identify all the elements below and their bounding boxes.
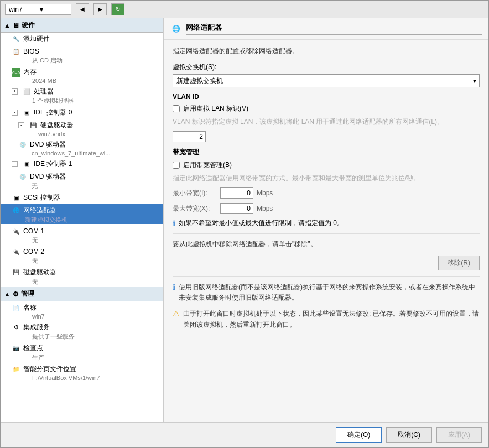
sidebar-item-memory[interactable]: MEM 内存 — [1, 66, 163, 79]
panel-content: 指定网络适配器的配置或移除网络适配器。 虚拟交换机(S): 新建虚拟交换机 ▼ — [164, 40, 488, 422]
expand-cpu-icon[interactable]: + — [12, 88, 18, 95]
sidebar-item-ide1[interactable]: - ▣ IDE 控制器 1 — [1, 158, 163, 170]
sidebar-item-floppy[interactable]: 💾 磁盘驱动器 — [1, 266, 163, 279]
network-label: 网络适配器 — [23, 206, 160, 215]
sidebar-item-harddisk[interactable]: - 💾 硬盘驱动器 — [1, 119, 163, 132]
sidebar-item-dvd1[interactable]: 💿 DVD 驱动器 — [1, 170, 163, 183]
warning-icon: ⚠ — [173, 309, 180, 318]
bandwidth-checkbox[interactable] — [173, 162, 180, 169]
smartpaging-label: 智能分页文件位置 — [23, 364, 160, 374]
dvd0-icon: 💿 — [18, 140, 27, 149]
title-bar: win7 ▼ ◀ ▶ ↻ — [1, 1, 488, 18]
red-arrow-indicator — [485, 46, 488, 80]
vlan-checkbox-row: 启用虚拟 LAN 标识(V) — [173, 104, 480, 113]
expand-ide0-icon[interactable]: - — [12, 110, 18, 116]
vlan-input[interactable] — [173, 131, 206, 142]
hardware-section-label: 硬件 — [22, 20, 35, 30]
ide0-icon: ▣ — [22, 108, 31, 117]
max-bw-input[interactable] — [220, 203, 253, 214]
manage-icon: ⚙ — [13, 290, 19, 298]
vlan-checkbox-label[interactable]: 启用虚拟 LAN 标识(V) — [183, 104, 248, 113]
min-bw-label: 最小带宽(I): — [173, 189, 217, 198]
vlan-checkbox[interactable] — [173, 105, 180, 112]
bios-icon: 📋 — [12, 47, 20, 56]
sidebar-item-checkpoint[interactable]: 📷 检查点 — [1, 342, 163, 355]
sidebar-item-dvd0[interactable]: 💿 DVD 驱动器 — [1, 138, 163, 151]
sidebar-item-ide0[interactable]: - ▣ IDE 控制器 0 — [1, 106, 163, 119]
ok-button[interactable]: 确定(O) — [336, 427, 382, 443]
network-icon: 🌐 — [12, 206, 20, 215]
cpu-label: 处理器 — [34, 87, 160, 96]
sidebar-item-network[interactable]: 🌐 网络适配器 — [1, 204, 163, 217]
remove-button[interactable]: 移除(R) — [438, 256, 480, 270]
min-bw-unit: Mbps — [257, 189, 273, 197]
content-area: ▲ 🖥 硬件 🔧 添加硬件 📋 BIOS 从 CD 启动 MEM 内存 2024… — [1, 18, 488, 422]
bw-info-row: ℹ 如果不希望对最小值或最大值进行限制，请指定值为 0。 — [173, 218, 480, 228]
com2-icon: 🔌 — [12, 247, 20, 256]
memory-label: 内存 — [23, 67, 160, 77]
vlan-desc-text: VLAN 标识符指定虚拟 LAN，该虚拟机将此 LAN 用于通过此网络适配器的所… — [173, 117, 480, 127]
com1-sub: 无 — [1, 236, 163, 244]
cancel-button[interactable]: 取消(C) — [386, 427, 432, 443]
add-hardware-icon: 🔧 — [12, 35, 20, 44]
sidebar-item-cpu[interactable]: + ⬜ 处理器 — [1, 85, 163, 98]
panel-header-icon: 🌐 — [170, 23, 181, 34]
sidebar-item-name[interactable]: 📄 名称 — [1, 301, 163, 314]
warning1-text: 由于打开此窗口时虚拟机处于以下状态，因此某些设置无法修改: 已保存。若要修改不可… — [183, 309, 480, 330]
min-bw-input[interactable] — [220, 187, 253, 199]
chevron-down-icon: ▼ — [38, 6, 67, 13]
sidebar: ▲ 🖥 硬件 🔧 添加硬件 📋 BIOS 从 CD 启动 MEM 内存 2024… — [1, 18, 164, 422]
dvd0-label: DVD 驱动器 — [30, 140, 160, 149]
virtual-switch-label: 虚拟交换机(S): — [173, 62, 480, 72]
cpu-icon: ⬜ — [22, 87, 31, 96]
nav-refresh-button[interactable]: ↻ — [111, 3, 124, 15]
info1-text: 使用旧版网络适配器(而不是该网络适配器)执行基于网络的来宾操作系统安装，或者在来… — [179, 282, 480, 303]
panel-desc: 指定网络适配器的配置或移除网络适配器。 — [173, 46, 480, 56]
sidebar-item-smartpaging[interactable]: 📁 智能分页文件位置 — [1, 363, 163, 376]
dvd1-icon: 💿 — [18, 173, 27, 181]
max-bw-label: 最大带宽(X): — [173, 204, 217, 213]
hardware-icon: 🖥 — [13, 22, 19, 29]
management-section-label: 管理 — [21, 289, 34, 299]
vlan-section-title: VLAN ID — [173, 93, 480, 101]
name-label: 名称 — [23, 303, 160, 312]
harddisk-label: 硬盘驱动器 — [40, 121, 160, 130]
info1-row: ℹ 使用旧版网络适配器(而不是该网络适配器)执行基于网络的来宾操作系统安装，或者… — [173, 282, 480, 303]
max-bw-row: 最大带宽(X): Mbps — [173, 203, 480, 214]
sidebar-item-integration[interactable]: ⚙ 集成服务 — [1, 321, 163, 334]
expand-ide1-icon[interactable]: - — [12, 161, 18, 167]
sidebar-item-add-hardware[interactable]: 🔧 添加硬件 — [1, 33, 163, 45]
com2-sub: 无 — [1, 257, 163, 265]
expand-harddisk-icon[interactable]: - — [18, 122, 24, 128]
virtual-switch-select[interactable]: 新建虚拟交换机 — [173, 74, 480, 87]
hardware-section-header: ▲ 🖥 硬件 — [1, 18, 163, 33]
memory-sub: 2024 MB — [1, 77, 163, 84]
warning1-box: ⚠ 由于打开此窗口时虚拟机处于以下状态，因此某些设置无法修改: 已保存。若要修改… — [173, 309, 480, 330]
sidebar-item-com2[interactable]: 🔌 COM 2 — [1, 246, 163, 258]
remove-btn-row: 移除(R) — [173, 256, 480, 270]
nav-back-button[interactable]: ◀ — [76, 3, 89, 15]
main-window: win7 ▼ ◀ ▶ ↻ ▲ 🖥 硬件 🔧 添加硬件 📋 BIOS — [0, 0, 489, 448]
bios-label: BIOS — [23, 48, 160, 55]
separator2 — [173, 276, 480, 277]
vlan-value-row — [173, 131, 480, 142]
dvd1-label: DVD 驱动器 — [30, 172, 160, 181]
bandwidth-section-title: 带宽管理 — [173, 148, 480, 157]
remove-section-text: 要从此虚拟机中移除网络适配器，请单击"移除"。 — [173, 239, 480, 249]
vm-selector[interactable]: win7 ▼ — [5, 4, 71, 15]
sidebar-item-bios[interactable]: 📋 BIOS — [1, 45, 163, 58]
sidebar-item-scsi[interactable]: ▣ SCSI 控制器 — [1, 191, 163, 204]
collapse-icon: ▲ — [4, 22, 11, 29]
checkpoint-sub: 生产 — [1, 353, 163, 362]
bandwidth-checkbox-label[interactable]: 启用带宽管理(B) — [183, 160, 232, 170]
max-bw-unit: Mbps — [257, 205, 273, 212]
checkpoint-label: 检查点 — [23, 343, 160, 353]
info1-icon: ℹ — [173, 283, 175, 291]
nav-forward-button[interactable]: ▶ — [93, 3, 107, 15]
info-icon: ℹ — [173, 219, 175, 228]
apply-button[interactable]: 应用(A) — [436, 427, 482, 443]
min-bw-row: 最小带宽(I): Mbps — [173, 187, 480, 199]
name-sub: win7 — [1, 313, 163, 320]
sidebar-item-com1[interactable]: 🔌 COM 1 — [1, 225, 163, 237]
vm-name: win7 — [9, 6, 38, 13]
